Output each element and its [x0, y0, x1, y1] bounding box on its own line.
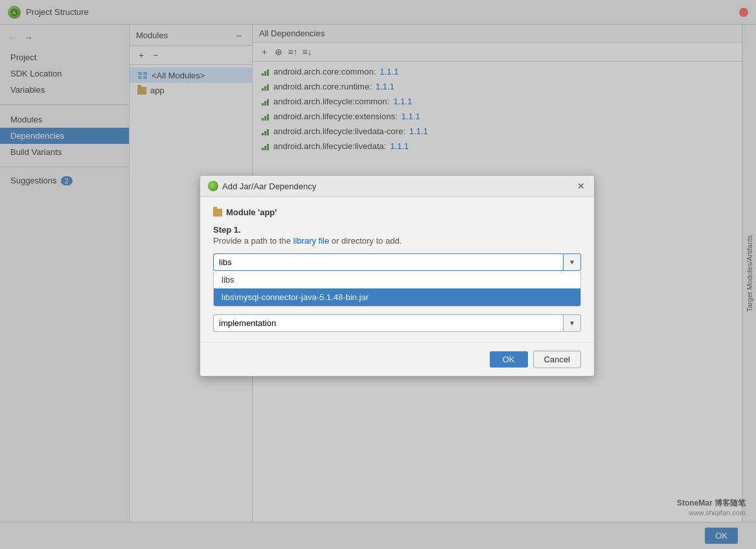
dialog-module-label-row: Module 'app'	[213, 207, 581, 217]
dialog-step-link[interactable]: library file	[293, 236, 330, 246]
dialog-path-section: ▼ libs libs\mysql-connector-java-5.1.48-…	[213, 253, 581, 307]
dialog-title-text: Add Jar/Aar Dependency	[222, 181, 316, 191]
dialog-title-left: Add Jar/Aar Dependency	[208, 181, 316, 191]
main-window: A Project Structure ← → Project SDK Loca…	[0, 0, 756, 549]
dialog-step-header: Step 1.	[213, 225, 581, 235]
dialog-body: Module 'app' Step 1. Provide a path to t…	[200, 197, 594, 342]
path-input-row: ▼	[213, 253, 581, 271]
dialog-module-folder-icon	[213, 209, 222, 216]
dialog-ok-button[interactable]: OK	[490, 351, 528, 368]
dialog-step-desc-text2: or directory to add.	[329, 236, 402, 246]
dialog-footer: OK Cancel	[200, 342, 594, 376]
scope-select-field[interactable]: implementation api compileOnly runtimeOn…	[213, 314, 563, 332]
path-input-field[interactable]	[213, 253, 563, 271]
dialog-step-desc: Provide a path to the library file or di…	[213, 236, 581, 246]
dialog-cancel-button[interactable]: Cancel	[533, 351, 581, 368]
autocomplete-item-1[interactable]: libs\mysql-connector-java-5.1.48-bin.jar	[214, 288, 580, 306]
scope-row: implementation api compileOnly runtimeOn…	[213, 314, 581, 332]
add-dependency-dialog: Add Jar/Aar Dependency ✕ Module 'app' St…	[200, 175, 595, 377]
dialog-module-label: Module 'app'	[226, 207, 277, 217]
dialog-close-button[interactable]: ✕	[576, 181, 586, 191]
dialog-step-section: Step 1. Provide a path to the library fi…	[213, 225, 581, 246]
dialog-android-icon	[208, 181, 218, 191]
path-dropdown-button[interactable]: ▼	[563, 253, 581, 271]
autocomplete-item-0[interactable]: libs	[214, 271, 580, 288]
autocomplete-dropdown: libs libs\mysql-connector-java-5.1.48-bi…	[213, 271, 581, 307]
dialog-step-desc-text: Provide a path to the	[213, 236, 293, 246]
dialog-titlebar: Add Jar/Aar Dependency ✕	[200, 176, 594, 197]
scope-dropdown-button[interactable]: ▼	[563, 314, 581, 332]
